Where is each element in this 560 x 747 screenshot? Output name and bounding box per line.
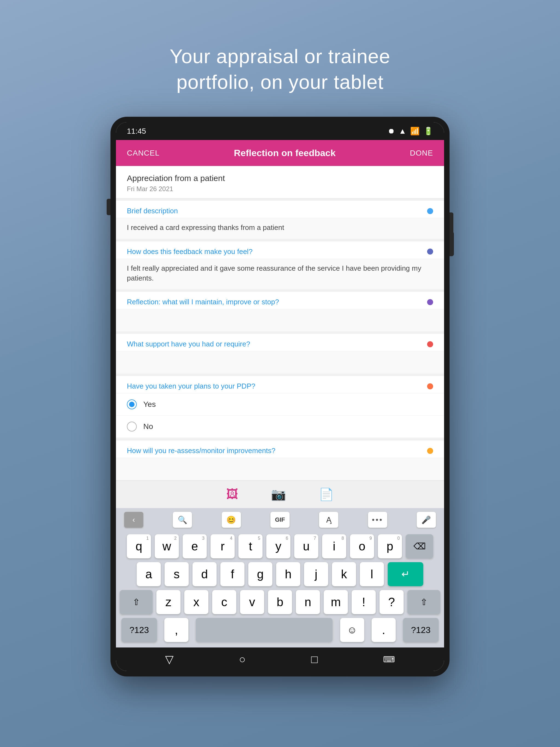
key-exclaim[interactable]: ! — [352, 590, 376, 614]
key-g[interactable]: g — [248, 562, 272, 586]
battery-icon: 🔋 — [424, 127, 433, 136]
keyboard-translate-button[interactable]: A̧ — [319, 512, 338, 528]
tablet-frame: 11:45 ⏺ ▲ 📶 🔋 CANCEL Reflection on feedb… — [110, 117, 450, 676]
key-j[interactable]: j — [304, 562, 328, 586]
question-label-1: Brief description — [127, 207, 178, 215]
keyboard-emoji-button[interactable]: 😊 — [222, 512, 241, 528]
status-icons: ⏺ ▲ 📶 🔋 — [388, 127, 433, 136]
key-l[interactable]: l — [360, 562, 384, 586]
key-w[interactable]: 2w — [155, 534, 179, 558]
question-row-4: What support have you had or require? — [116, 334, 444, 373]
key-backspace[interactable]: ⌫ — [406, 534, 433, 558]
content-area: Appreciation from a patient Fri Mar 26 2… — [116, 166, 444, 647]
key-a[interactable]: a — [137, 562, 161, 586]
keyboard-row-2: a s d f g h j k l ↵ — [121, 562, 439, 586]
key-q[interactable]: 1q — [127, 534, 151, 558]
keyboard-more-button[interactable]: ••• — [368, 512, 387, 528]
question-label-2: How does this feedback make you feel? — [127, 248, 253, 256]
radio-yes-circle[interactable] — [127, 400, 137, 409]
radio-yes[interactable]: Yes — [116, 393, 444, 416]
keyboard-search-button[interactable]: 🔍 — [173, 512, 192, 528]
question-label-4: What support have you had or require? — [127, 340, 250, 349]
status-bar: 11:45 ⏺ ▲ 📶 🔋 — [116, 122, 444, 140]
question-dot-1 — [427, 208, 433, 214]
key-k[interactable]: k — [332, 562, 356, 586]
key-d[interactable]: d — [193, 562, 217, 586]
nav-recent-icon[interactable]: □ — [311, 653, 318, 666]
key-o[interactable]: 9o — [350, 534, 374, 558]
keyboard-mic-button[interactable]: 🎤 — [417, 512, 436, 528]
question-row-3: Reflection: what will I maintain, improv… — [116, 292, 444, 331]
key-u[interactable]: 7u — [294, 534, 318, 558]
question-dot-5 — [427, 383, 433, 389]
app-header: CANCEL Reflection on feedback DONE — [116, 140, 444, 166]
key-n[interactable]: n — [296, 590, 320, 614]
keyboard-row-bottom: ?123 , ☺ . ?123 — [121, 618, 439, 642]
key-x[interactable]: x — [184, 590, 208, 614]
key-enter[interactable]: ↵ — [388, 562, 423, 586]
key-y[interactable]: 6y — [266, 534, 290, 558]
keyboard: 1q 2w 3e 4r 5t 6y 7u 8i 9o 0p ⌫ a s d — [116, 532, 444, 647]
title-section: Appreciation from a patient Fri Mar 26 2… — [116, 166, 444, 199]
key-s[interactable]: s — [164, 562, 189, 586]
question-row-1: Brief description I received a card expr… — [116, 201, 444, 238]
key-question[interactable]: ? — [380, 590, 404, 614]
document-icon[interactable]: 📄 — [319, 487, 334, 501]
key-period[interactable]: . — [372, 618, 396, 642]
question-label-6: How will you re-assess/monitor improveme… — [127, 446, 275, 455]
key-r[interactable]: 4r — [210, 534, 235, 558]
keyboard-row-1: 1q 2w 3e 4r 5t 6y 7u 8i 9o 0p ⌫ — [121, 534, 439, 558]
nav-home-icon[interactable]: ○ — [239, 653, 246, 666]
key-i[interactable]: 8i — [322, 534, 346, 558]
key-t[interactable]: 5t — [238, 534, 262, 558]
key-symbols-right[interactable]: ?123 — [403, 618, 439, 642]
search-icon: 🔍 — [178, 515, 187, 524]
answer-text-4[interactable] — [116, 351, 444, 373]
key-h[interactable]: h — [276, 562, 300, 586]
key-v[interactable]: v — [240, 590, 264, 614]
question-row-5: Have you taken your plans to your PDP? Y… — [116, 376, 444, 438]
nav-back-icon[interactable]: ▽ — [165, 653, 174, 666]
key-comma[interactable]: , — [164, 618, 188, 642]
radio-yes-label: Yes — [143, 400, 156, 409]
nav-bar: ▽ ○ □ ⌨ — [116, 647, 444, 671]
answer-text-1[interactable]: I received a card expressing thanks from… — [116, 218, 444, 238]
gallery-icon[interactable]: 🖼 — [226, 487, 238, 501]
back-arrow-icon: ‹ — [132, 515, 135, 524]
status-time: 11:45 — [127, 127, 146, 136]
key-space[interactable] — [196, 618, 332, 642]
answer-text-2[interactable]: I felt really appreciated and it gave so… — [116, 259, 444, 289]
question-dot-6 — [427, 448, 433, 454]
done-button[interactable]: DONE — [410, 149, 433, 157]
radio-no-circle[interactable] — [127, 422, 137, 432]
tablet-screen: 11:45 ⏺ ▲ 📶 🔋 CANCEL Reflection on feedb… — [116, 122, 444, 671]
question-row-2: How does this feedback make you feel? I … — [116, 241, 444, 289]
answer-text-6[interactable] — [116, 458, 444, 480]
media-toolbar: 🖼 📷 📄 — [116, 481, 444, 508]
keyboard-gif-button[interactable]: GIF — [271, 512, 289, 528]
key-emoji[interactable]: ☺ — [340, 618, 364, 642]
radio-no[interactable]: No — [116, 416, 444, 438]
form-title: Appreciation from a patient — [127, 174, 433, 183]
headline-line1: Your appraisal or trainee — [170, 44, 390, 70]
page-headline: Your appraisal or trainee portfolio, on … — [170, 22, 390, 95]
key-e[interactable]: 3e — [183, 534, 207, 558]
answer-text-3[interactable] — [116, 309, 444, 331]
key-c[interactable]: c — [212, 590, 236, 614]
signal-icon: 📶 — [410, 127, 420, 136]
keyboard-back-button[interactable]: ‹ — [124, 512, 143, 528]
key-p[interactable]: 0p — [378, 534, 402, 558]
cancel-button[interactable]: CANCEL — [127, 149, 160, 157]
camera-icon[interactable]: 📷 — [271, 487, 286, 501]
mic-icon: 🎤 — [422, 515, 431, 524]
nav-keyboard-icon[interactable]: ⌨ — [383, 654, 395, 664]
key-shift-right[interactable]: ⇧ — [407, 590, 440, 614]
key-symbols-left[interactable]: ?123 — [121, 618, 157, 642]
key-f[interactable]: f — [221, 562, 245, 586]
key-m[interactable]: m — [324, 590, 348, 614]
keyboard-row-3: ⇧ z x c v b n m ! ? ⇧ — [121, 590, 439, 614]
key-z[interactable]: z — [156, 590, 180, 614]
key-shift[interactable]: ⇧ — [120, 590, 153, 614]
key-b[interactable]: b — [268, 590, 292, 614]
question-row-6: How will you re-assess/monitor improveme… — [116, 440, 444, 480]
